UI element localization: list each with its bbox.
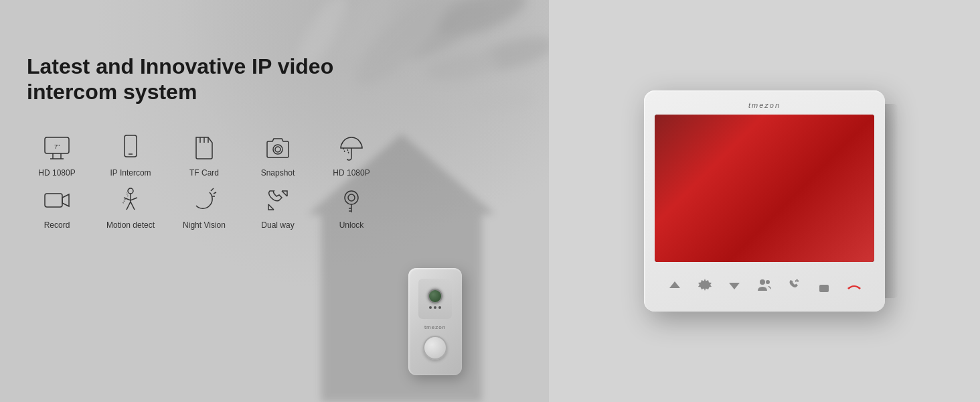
svg-text:7": 7"	[54, 143, 60, 150]
phone-icon	[112, 132, 149, 164]
svg-point-36	[348, 194, 355, 201]
svg-line-29	[127, 192, 128, 196]
feature-snapshot: Snapshot	[248, 132, 308, 178]
doorbell-lens	[428, 289, 442, 304]
doorbell-dot	[434, 306, 436, 309]
doorbell-camera-area	[418, 279, 452, 319]
left-content: Latest and Innovative IP video intercom …	[0, 0, 549, 257]
control-settings-button[interactable]	[692, 273, 718, 298]
svg-line-28	[122, 199, 125, 204]
feature-hd-1080p-bottom: HD 1080P	[321, 132, 382, 178]
control-contacts-button[interactable]	[752, 273, 777, 298]
feature-label-record: Record	[44, 220, 70, 230]
feature-record: Record	[27, 184, 87, 230]
svg-rect-63	[819, 285, 829, 292]
video-icon	[38, 184, 76, 216]
feature-unlock: Unlock	[321, 184, 382, 230]
control-hangup-button[interactable]	[841, 273, 867, 298]
svg-line-24	[347, 149, 349, 153]
sdcard-icon	[185, 132, 223, 164]
doorbell-dot	[429, 306, 432, 309]
monitor-icon: 7"	[38, 132, 76, 164]
control-up-button[interactable]	[662, 273, 687, 298]
person-walk-icon	[112, 184, 149, 216]
control-call-button[interactable]	[782, 273, 807, 298]
feature-dual-way: Dual way	[248, 184, 308, 230]
control-unlock-button[interactable]	[811, 273, 837, 298]
feature-label-ip-intercom: IP Intercom	[110, 168, 151, 178]
svg-line-33	[282, 191, 287, 196]
svg-point-20	[273, 145, 282, 154]
right-panel: tmezon	[549, 0, 980, 402]
svg-point-35	[345, 191, 358, 204]
person-background	[655, 115, 874, 262]
feature-label-night-vision: Night Vision	[183, 220, 226, 230]
svg-line-31	[214, 192, 216, 194]
key-icon	[333, 184, 370, 216]
svg-line-30	[211, 188, 214, 191]
feature-label-hd-1080p-top: HD 1080P	[38, 168, 75, 178]
phone-arrows-icon	[259, 184, 297, 216]
control-down-button[interactable]	[722, 273, 747, 298]
feature-hd-1080p-top: 7" HD 1080P	[27, 132, 87, 178]
feature-label-snapshot: Snapshot	[261, 168, 295, 178]
feature-tf-card: TF Card	[174, 132, 234, 178]
svg-point-61	[760, 279, 765, 285]
svg-line-23	[343, 148, 345, 152]
feature-motion-detect: Motion detect	[100, 184, 161, 230]
left-panel: Latest and Innovative IP video intercom …	[0, 0, 549, 402]
doorbell-button[interactable]	[423, 336, 447, 360]
doorbell-body: tmezon	[408, 268, 462, 375]
svg-line-34	[268, 204, 274, 210]
feature-night-vision: Night Vision	[174, 184, 234, 230]
svg-rect-15	[125, 135, 137, 157]
doorbell-brand: tmezon	[424, 324, 446, 330]
svg-rect-25	[45, 194, 62, 207]
camera-icon	[259, 132, 297, 164]
svg-point-21	[275, 147, 280, 152]
monitor-screen	[655, 115, 874, 262]
doorbell-device: tmezon	[408, 268, 462, 375]
feature-ip-intercom: IP Intercom	[100, 132, 161, 178]
monitor-controls	[655, 273, 874, 298]
features-grid: 7" HD 1080P IP Intercom TF Card	[27, 132, 522, 230]
feature-label-motion-detect: Motion detect	[106, 220, 155, 230]
doorbell-dot	[438, 306, 441, 309]
moon-eye-icon	[185, 184, 223, 216]
svg-point-26	[128, 188, 133, 194]
feature-label-unlock: Unlock	[339, 220, 364, 230]
feature-label-hd-1080p-bottom: HD 1080P	[333, 168, 370, 178]
doorbell-dots	[429, 306, 441, 309]
feature-label-tf-card: TF Card	[189, 168, 219, 178]
monitor-brand: tmezon	[655, 101, 874, 109]
feature-label-dual-way: Dual way	[261, 220, 294, 230]
umbrella-icon	[333, 132, 370, 164]
headline: Latest and Innovative IP video intercom …	[27, 54, 415, 105]
svg-point-62	[766, 280, 770, 284]
monitor-device: tmezon	[644, 90, 885, 312]
